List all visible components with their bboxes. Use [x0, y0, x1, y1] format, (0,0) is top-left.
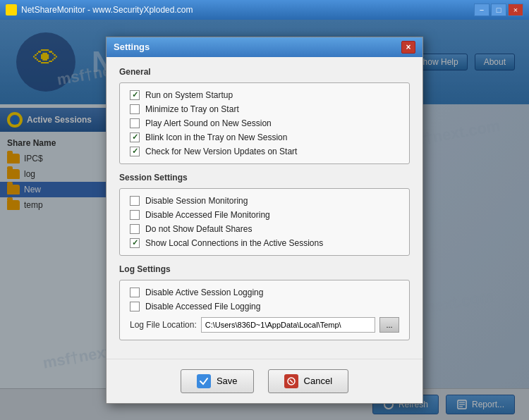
checkbox-disable-file-logging-cb[interactable] — [130, 302, 140, 311]
log-file-row: Log File Location: ... — [130, 317, 399, 333]
log-file-input[interactable] — [201, 317, 375, 333]
checkbox-show-local-connections[interactable]: Show Local Connections in the Active Ses… — [130, 238, 399, 248]
maximize-button[interactable]: □ — [491, 4, 506, 16]
cancel-icon — [284, 374, 298, 388]
general-section: General Run on System Startup Minimize t… — [119, 67, 410, 164]
dialog-title: Settings — [114, 42, 401, 52]
checkbox-check-version-cb[interactable] — [130, 147, 140, 156]
checkbox-blink-icon[interactable]: Blink Icon in the Tray on New Session — [130, 132, 399, 142]
checkbox-play-alert-label: Play Alert Sound on New Session — [145, 118, 272, 128]
checkbox-run-on-startup-cb[interactable] — [130, 90, 140, 100]
checkbox-minimize-tray-label: Minimize to Tray on Start — [145, 104, 239, 114]
log-section-label: Log Settings — [119, 264, 410, 274]
checkbox-show-local-connections-cb[interactable] — [130, 238, 140, 248]
checkbox-minimize-tray[interactable]: Minimize to Tray on Start — [130, 104, 399, 114]
checkbox-run-on-startup-label: Run on System Startup — [145, 90, 233, 100]
log-file-label: Log File Location: — [130, 320, 197, 330]
checkbox-disable-session-monitoring-label: Disable Session Monitoring — [145, 196, 248, 206]
app-icon — [6, 4, 17, 16]
settings-dialog: Settings × General Run on System Startup — [106, 37, 423, 404]
checkbox-blink-icon-label: Blink Icon in the Tray on New Session — [145, 132, 287, 142]
svg-line-10 — [290, 380, 293, 383]
checkbox-disable-file-monitoring[interactable]: Disable Accessed File Monitoring — [130, 210, 399, 220]
general-section-box: Run on System Startup Minimize to Tray o… — [119, 82, 410, 164]
dialog-body: General Run on System Startup Minimize t… — [107, 57, 422, 359]
save-button[interactable]: Save — [181, 369, 254, 393]
dialog-close-button[interactable]: × — [401, 41, 415, 54]
title-bar: NetShareMonitor - www.SecurityXploded.co… — [0, 0, 529, 20]
checkbox-show-local-connections-label: Show Local Connections in the Active Ses… — [145, 238, 323, 248]
cancel-label: Cancel — [304, 376, 332, 386]
modal-overlay: Settings × General Run on System Startup — [0, 20, 529, 420]
save-icon — [197, 374, 211, 388]
checkbox-disable-session-monitoring-cb[interactable] — [130, 196, 140, 206]
checkbox-play-alert[interactable]: Play Alert Sound on New Session — [130, 118, 399, 128]
general-section-label: General — [119, 67, 410, 77]
window-title: NetShareMonitor - www.SecurityXploded.co… — [21, 5, 474, 15]
app-content: msf†next.com msf†next.com msf†next.com m… — [0, 20, 529, 420]
checkbox-play-alert-cb[interactable] — [130, 118, 140, 128]
checkbox-disable-session-logging-cb[interactable] — [130, 288, 140, 297]
session-section-label: Session Settings — [119, 173, 410, 183]
browse-button[interactable]: ... — [379, 317, 399, 333]
checkbox-run-on-startup[interactable]: Run on System Startup — [130, 90, 399, 100]
dialog-title-bar: Settings × — [107, 37, 422, 57]
checkbox-blink-icon-cb[interactable] — [130, 132, 140, 142]
session-section: Session Settings Disable Session Monitor… — [119, 173, 410, 256]
checkbox-check-version-label: Check for New Version Updates on Start — [145, 147, 297, 156]
checkbox-disable-file-monitoring-cb[interactable] — [130, 210, 140, 220]
session-section-box: Disable Session Monitoring Disable Acces… — [119, 188, 410, 256]
dialog-footer: Save Cancel — [107, 359, 422, 403]
checkbox-disable-session-logging[interactable]: Disable Active Session Logging — [130, 288, 399, 297]
save-label: Save — [217, 376, 238, 386]
minimize-button[interactable]: − — [474, 4, 490, 16]
close-button[interactable]: × — [508, 4, 523, 16]
checkbox-disable-file-monitoring-label: Disable Accessed File Monitoring — [145, 210, 270, 220]
log-section: Log Settings Disable Active Session Logg… — [119, 264, 410, 340]
cancel-button[interactable]: Cancel — [268, 369, 348, 393]
log-section-box: Disable Active Session Logging Disable A… — [119, 280, 410, 340]
checkbox-disable-file-logging[interactable]: Disable Accessed File Logging — [130, 302, 399, 311]
checkbox-disable-session-logging-label: Disable Active Session Logging — [145, 288, 263, 297]
checkbox-check-version[interactable]: Check for New Version Updates on Start — [130, 147, 399, 156]
checkbox-no-default-shares-cb[interactable] — [130, 224, 140, 234]
checkbox-minimize-tray-cb[interactable] — [130, 104, 140, 114]
checkbox-no-default-shares[interactable]: Do not Show Default Shares — [130, 224, 399, 234]
checkbox-disable-file-logging-label: Disable Accessed File Logging — [145, 302, 260, 311]
checkbox-disable-session-monitoring[interactable]: Disable Session Monitoring — [130, 196, 399, 206]
checkbox-no-default-shares-label: Do not Show Default Shares — [145, 224, 252, 234]
app-window: NetShareMonitor - www.SecurityXploded.co… — [0, 0, 529, 420]
title-bar-controls: − □ × — [474, 4, 523, 16]
